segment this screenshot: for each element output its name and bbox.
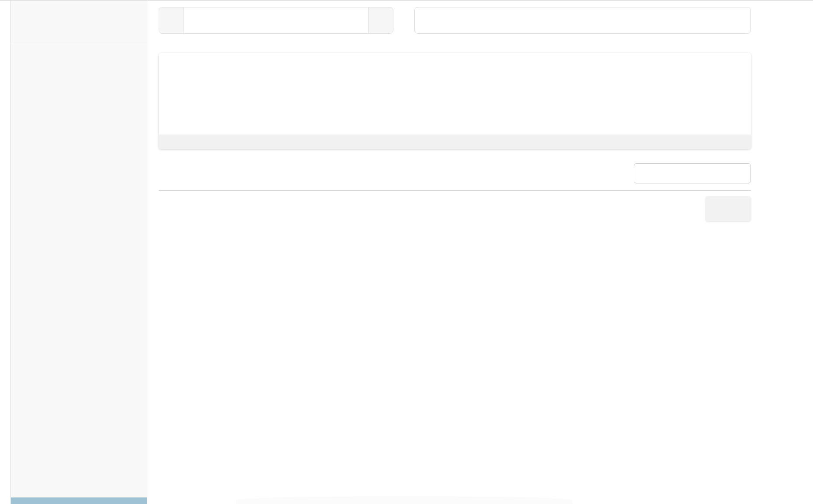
stats-card: [159, 53, 751, 149]
topbar: [159, 7, 751, 34]
tasks-table: [159, 190, 751, 191]
search-input[interactable]: [634, 163, 751, 183]
sidebar-bottom-accent: [11, 497, 147, 504]
sidebar: [10, 1, 147, 504]
filter-input[interactable]: [438, 7, 750, 33]
filter-box[interactable]: [414, 7, 751, 34]
sidebar-header: [11, 1, 147, 43]
date-range-picker: [159, 7, 393, 34]
stats-counters: [159, 53, 751, 135]
table-footer: [159, 196, 751, 221]
prev-period-button[interactable]: [159, 7, 184, 33]
pagination: [705, 196, 751, 221]
search-row: [159, 163, 751, 183]
next-period-button[interactable]: [368, 7, 393, 33]
main-content: [159, 1, 751, 221]
stats-date-strip: [159, 135, 751, 149]
date-range-display[interactable]: [184, 7, 368, 33]
bottom-glow: [236, 496, 573, 504]
